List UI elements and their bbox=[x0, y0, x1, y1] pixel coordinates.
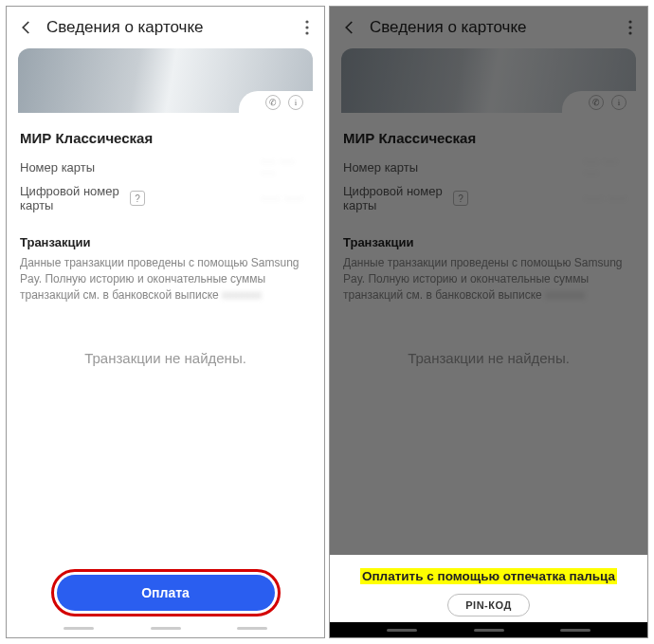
more-menu-icon[interactable] bbox=[625, 16, 636, 39]
transactions-empty: Транзакции не найдены. bbox=[343, 350, 634, 366]
svg-point-5 bbox=[628, 31, 631, 34]
digital-number-row: Цифровой номер карты ? ···· ···· bbox=[20, 184, 311, 212]
card-number-value: ··· ··· ··· bbox=[262, 156, 311, 178]
digital-number-label: Цифровой номер карты bbox=[343, 184, 447, 212]
card-number-value: ··· ··· ··· bbox=[585, 156, 634, 178]
nav-home[interactable] bbox=[151, 627, 181, 630]
card-number-label: Номер карты bbox=[343, 160, 585, 175]
svg-point-0 bbox=[305, 20, 308, 23]
fingerprint-label: Оплатить с помощью отпечатка пальца bbox=[360, 568, 617, 584]
card-image: ✆ i bbox=[18, 48, 313, 113]
card-tab: ✆ i bbox=[562, 91, 636, 114]
screen-card-details: Сведения о карточке ✆ i МИР Классическая… bbox=[6, 6, 325, 638]
info-icon[interactable]: i bbox=[288, 95, 303, 110]
nav-home[interactable] bbox=[474, 629, 504, 632]
pin-button[interactable]: PIN-КОД bbox=[447, 594, 529, 616]
transactions-heading: Транзакции bbox=[20, 235, 311, 249]
pay-button[interactable]: Оплата bbox=[57, 575, 275, 611]
nav-back[interactable] bbox=[560, 629, 590, 632]
svg-point-2 bbox=[305, 31, 308, 34]
digital-number-label: Цифровой номер карты bbox=[20, 184, 124, 212]
info-icon[interactable]: i bbox=[611, 95, 627, 110]
transactions-desc: Данные транзакции проведены с помощью Sa… bbox=[20, 255, 311, 303]
card-image: ✆ i bbox=[341, 48, 636, 113]
card-number-row: Номер карты ··· ··· ··· bbox=[20, 156, 311, 178]
transactions-heading: Транзакции bbox=[343, 235, 634, 249]
card-tab: ✆ i bbox=[239, 91, 313, 114]
svg-point-1 bbox=[305, 26, 308, 28]
digital-number-value: ···· ···· bbox=[585, 193, 634, 204]
nav-recent[interactable] bbox=[387, 629, 417, 632]
header: Сведения о карточке bbox=[330, 7, 647, 48]
back-icon[interactable] bbox=[18, 19, 35, 36]
header: Сведения о карточке bbox=[7, 7, 324, 48]
phone-icon[interactable]: ✆ bbox=[589, 95, 604, 110]
more-menu-icon[interactable] bbox=[301, 16, 313, 39]
digital-number-value: ···· ···· bbox=[262, 193, 311, 204]
phone-icon[interactable]: ✆ bbox=[265, 95, 281, 110]
screen-pay-auth: Сведения о карточке ✆ i МИР Классическая… bbox=[329, 6, 648, 638]
digital-number-row: Цифровой номер карты ? ···· ···· bbox=[343, 184, 634, 212]
back-icon[interactable] bbox=[341, 19, 358, 36]
card-name: МИР Классическая bbox=[20, 130, 311, 146]
auth-sheet: Оплатить с помощью отпечатка пальца PIN-… bbox=[330, 555, 647, 622]
help-icon[interactable]: ? bbox=[453, 191, 468, 206]
svg-point-3 bbox=[628, 20, 631, 23]
svg-point-4 bbox=[628, 26, 631, 28]
page-title: Сведения о карточке bbox=[370, 18, 613, 37]
transactions-empty: Транзакции не найдены. bbox=[20, 350, 311, 366]
nav-back[interactable] bbox=[237, 627, 267, 630]
transactions-desc: Данные транзакции проведены с помощью Sa… bbox=[343, 255, 634, 303]
help-icon[interactable]: ? bbox=[130, 191, 145, 206]
android-navbar bbox=[7, 622, 324, 637]
card-name: МИР Классическая bbox=[343, 130, 634, 146]
page-title: Сведения о карточке bbox=[46, 18, 290, 37]
card-number-row: Номер карты ··· ··· ··· bbox=[343, 156, 634, 178]
card-number-label: Номер карты bbox=[20, 160, 262, 175]
pay-button-wrap: Оплата bbox=[7, 561, 324, 622]
nav-recent[interactable] bbox=[64, 627, 94, 630]
android-navbar bbox=[330, 622, 647, 637]
